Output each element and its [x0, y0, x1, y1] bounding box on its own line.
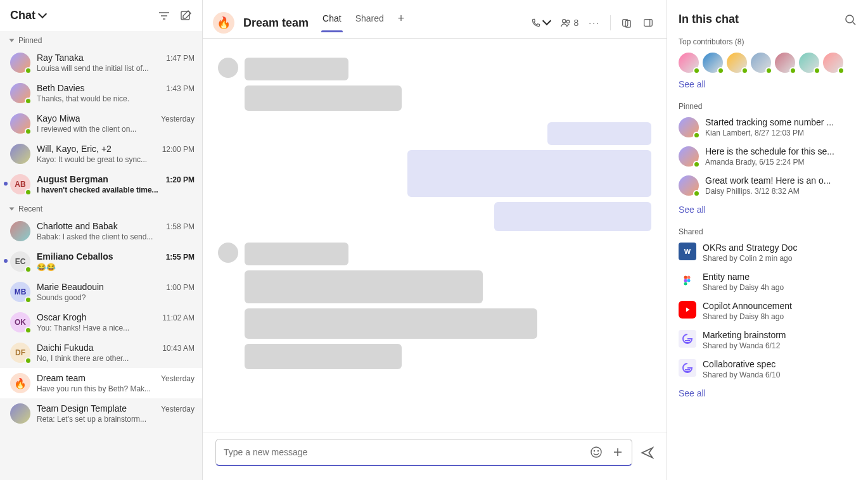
contributor-avatar[interactable]	[703, 53, 723, 73]
chat-list-item[interactable]: Will, Kayo, Eric, +212:00 PMKayo: It wou…	[0, 139, 202, 169]
message-bubble[interactable]	[245, 58, 348, 80]
shared-section-label: Shared	[679, 227, 857, 236]
chat-preview: Have you run this by Beth? Mak...	[37, 384, 195, 393]
chat-preview: I reviewed with the client on...	[37, 125, 195, 134]
chat-preview: 😂😂	[37, 263, 195, 272]
chat-name: Charlotte and Babak	[37, 221, 118, 231]
figma-file-icon	[679, 272, 696, 289]
participants-button[interactable]: 8	[560, 17, 579, 28]
avatar	[10, 221, 30, 241]
chat-list-item[interactable]: Charlotte and Babak1:58 PMBabak: I asked…	[0, 216, 202, 246]
avatar	[10, 53, 30, 73]
section-pinned-header[interactable]: Pinned	[0, 31, 202, 47]
chat-preview: Babak: I asked the client to send...	[37, 232, 195, 241]
contributor-avatar[interactable]	[727, 53, 747, 73]
filter-icon[interactable]	[158, 9, 170, 22]
presence-indicator	[25, 189, 32, 196]
message-bubble[interactable]	[245, 243, 348, 265]
chat-time: 10:43 AM	[162, 344, 195, 353]
message-bubble[interactable]	[547, 122, 651, 145]
shared-file-item[interactable]: Collaborative specShared by Wanda 6/10	[679, 359, 857, 379]
chat-list-item[interactable]: Beth Davies1:43 PMThanks, that would be …	[0, 78, 202, 108]
message-bubble[interactable]	[245, 308, 537, 339]
chat-list-item[interactable]: Team Design TemplateYesterdayReta: Let's…	[0, 398, 202, 429]
messages-area[interactable]	[203, 39, 667, 432]
pinned-message-item[interactable]: Here is the schedule for this se...Amand…	[679, 146, 857, 167]
chat-list-item[interactable]: Kayo MiwaYesterdayI reviewed with the cl…	[0, 108, 202, 139]
svg-point-14	[684, 276, 687, 279]
section-recent-header[interactable]: Recent	[0, 199, 202, 216]
add-tab-button[interactable]: +	[394, 12, 409, 34]
message-bubble[interactable]	[245, 85, 402, 111]
sidebar-title-dropdown[interactable]: Chat	[10, 9, 46, 22]
chat-name: Ray Tanaka	[37, 53, 84, 63]
chat-list-item[interactable]: DFDaichi Fukuda10:43 AMNo, I think there…	[0, 338, 202, 368]
chat-list-item[interactable]: ECEmiliano Ceballos1:55 PM😂😂	[0, 246, 202, 277]
svg-point-12	[846, 15, 853, 23]
chat-name: Team Design Template	[37, 403, 127, 414]
shared-subtitle: Shared by Daisy 8h ago	[703, 312, 857, 321]
message-group	[218, 122, 651, 231]
chat-time: 1:58 PM	[166, 222, 195, 231]
open-pane-icon[interactable]	[642, 17, 654, 28]
chat-time: 1:00 PM	[166, 283, 195, 292]
message-bubble[interactable]	[407, 150, 651, 197]
chat-list-item[interactable]: MBMarie Beaudouin1:00 PMSounds good?	[0, 277, 202, 307]
participants-count: 8	[574, 18, 579, 28]
avatar	[679, 175, 699, 196]
chat-preview: Reta: Let's set up a brainstorm...	[37, 415, 195, 424]
presence-indicator	[25, 266, 32, 273]
tab-shared[interactable]: Shared	[354, 13, 385, 32]
message-bubble[interactable]	[494, 202, 651, 231]
contributor-avatar[interactable]	[799, 53, 819, 73]
svg-point-8	[594, 451, 595, 452]
contributor-avatar[interactable]	[679, 53, 699, 73]
copilot-icon[interactable]	[621, 17, 632, 28]
contributor-avatar[interactable]	[751, 53, 771, 73]
chat-list[interactable]: Pinned Ray Tanaka1:47 PMLouisa will send…	[0, 31, 202, 480]
call-button[interactable]	[531, 18, 550, 28]
chat-list-item[interactable]: OKOscar Krogh11:02 AMYou: Thanks! Have a…	[0, 307, 202, 338]
message-bubble[interactable]	[245, 270, 483, 303]
see-all-pinned[interactable]: See all	[679, 205, 857, 215]
shared-file-item[interactable]: Marketing brainstormShared by Wanda 6/12	[679, 330, 857, 350]
emoji-icon[interactable]	[590, 446, 603, 458]
contributor-avatar[interactable]	[823, 53, 843, 73]
chat-time: 1:47 PM	[166, 54, 195, 63]
tab-chat[interactable]: Chat	[321, 13, 343, 32]
presence-indicator	[25, 67, 32, 74]
chat-name: August Bergman	[37, 174, 108, 184]
chat-list-item[interactable]: Ray Tanaka1:47 PMLouisa will send the in…	[0, 47, 202, 78]
avatar	[679, 146, 699, 167]
see-all-shared[interactable]: See all	[679, 388, 857, 398]
chat-list-item[interactable]: 🔥Dream teamYesterdayHave you run this by…	[0, 368, 202, 398]
send-button[interactable]	[640, 446, 654, 460]
chat-list-item[interactable]: ABAugust Bergman1:20 PMI haven't checked…	[0, 169, 202, 199]
chat-time: Yesterday	[161, 374, 195, 383]
svg-marker-19	[686, 308, 690, 312]
chat-header: 🔥 Dream team ChatShared + 8 ···	[203, 0, 667, 39]
chat-preview: I haven't checked available time...	[37, 186, 195, 194]
message-input[interactable]	[224, 447, 584, 457]
new-chat-icon[interactable]	[179, 9, 192, 22]
contributor-avatar[interactable]	[775, 53, 795, 73]
word-file-icon: W	[679, 243, 696, 260]
svg-point-7	[591, 447, 601, 457]
pinned-message-item[interactable]: Great work team! Here is an o...Daisy Ph…	[679, 175, 857, 196]
chat-time: 12:00 PM	[162, 145, 195, 154]
shared-file-item[interactable]: WOKRs and Strategy DocShared by Colin 2 …	[679, 243, 857, 263]
search-icon[interactable]	[844, 13, 857, 26]
attach-icon[interactable]	[611, 446, 624, 458]
more-options-button[interactable]: ···	[589, 18, 600, 28]
see-all-contributors[interactable]: See all	[679, 79, 857, 89]
unread-indicator	[4, 259, 8, 263]
shared-file-item[interactable]: Copilot AnnouncementShared by Daisy 8h a…	[679, 301, 857, 321]
pinned-title: Here is the schedule for this se...	[705, 146, 857, 156]
pinned-message-item[interactable]: Started tracking some number ...Kian Lam…	[679, 117, 857, 137]
compose-box[interactable]	[215, 439, 632, 466]
shared-file-item[interactable]: Entity nameShared by Daisy 4h ago	[679, 272, 857, 292]
message-bubble[interactable]	[245, 344, 402, 369]
chat-name: Oscar Krogh	[37, 312, 87, 322]
chat-preview: Sounds good?	[37, 293, 195, 302]
presence-indicator	[25, 357, 32, 364]
